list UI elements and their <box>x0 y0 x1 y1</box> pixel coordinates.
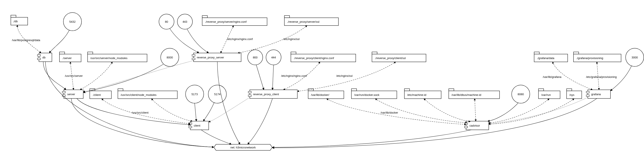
edge-dbusmachineid-to-cadvisor <box>475 99 476 121</box>
edge-label: /etc/nginx/ssl <box>336 74 352 78</box>
folder-var-lib-dbus-machine-id: /var/lib/dbus/machine-id <box>449 89 500 99</box>
circle-label: 8000 <box>167 56 173 59</box>
folder-sys: /sys <box>566 89 582 99</box>
svg-rect-58 <box>586 95 589 96</box>
folder-label: /var/run/docker.sock <box>354 93 380 96</box>
port-443: 443 <box>177 14 192 29</box>
svg-rect-49 <box>449 89 454 91</box>
svg-rect-10 <box>38 54 40 56</box>
edge-label: /var/lib/postgresql/data <box>12 38 40 42</box>
port-80: 80 <box>159 14 174 29</box>
folder-rp-server-ssl: ./reverse_proxy/server/ssl <box>284 16 338 26</box>
edge-grafana-to-net <box>272 98 597 148</box>
edge-label: /var/lib/grafana <box>543 75 562 78</box>
svg-rect-24 <box>372 52 377 54</box>
edge-cadvisor-to-net <box>272 130 472 147</box>
folder-var-run: /var/run <box>538 89 560 99</box>
folder-var-lib-docker: /var/lib/docker/ <box>308 89 344 99</box>
edge-label: /usr/src/client <box>132 111 148 114</box>
edge-label: /etc/nginx/nginx.conf <box>227 38 253 41</box>
component-reverse-proxy-server: reverse_proxy_server <box>192 53 241 62</box>
edge-443-to-rps <box>187 29 209 53</box>
svg-rect-22 <box>291 52 296 54</box>
edge-8080-to-cadvisor <box>488 103 518 121</box>
folder-label: /var/lib/docker/ <box>311 93 329 96</box>
svg-rect-64 <box>464 126 468 128</box>
edge-label: /etc/grafana/provisioning <box>586 75 617 78</box>
edge-rps-to-server <box>83 60 194 92</box>
component-label: reverse_proxy_client <box>253 92 279 96</box>
circle-label: 8080 <box>518 92 524 96</box>
folder-rp-client-conf: ./reverse_proxy/client/nginx.conf <box>291 52 356 62</box>
folder-label: ./client <box>92 93 101 96</box>
port-5432: 5432 <box>63 12 82 31</box>
port-3000: 3000 <box>626 48 644 66</box>
svg-rect-36 <box>118 89 123 91</box>
edge-label: /usr/src/server <box>65 74 83 78</box>
folder-server-node-modules: /usr/src/server/node_modules <box>88 52 147 62</box>
svg-rect-12 <box>60 52 65 54</box>
svg-rect-32 <box>62 91 65 93</box>
port-5174: 5174 <box>208 85 226 103</box>
component-server: server <box>62 90 83 98</box>
component-grafana: grafana <box>586 90 610 98</box>
svg-rect-47 <box>404 89 410 91</box>
edge-5174-to-client <box>203 103 214 121</box>
port-8080: 8080 <box>512 85 530 103</box>
component-reverse-proxy-client: reverse_proxy_client <box>248 90 297 98</box>
edge-rps-to-net <box>217 62 240 144</box>
svg-rect-14 <box>88 52 93 54</box>
component-label: cadvisor <box>470 124 480 127</box>
svg-rect-11 <box>38 58 40 60</box>
folder-label: ./reverse_proxy/server/ssl <box>287 20 320 23</box>
svg-rect-45 <box>352 89 356 91</box>
svg-rect-57 <box>586 91 589 93</box>
circle-label: 80 <box>165 20 168 23</box>
component-cadvisor: cadvisor <box>464 121 489 130</box>
folder-etc-machine-id: /etc/machine-id <box>404 89 441 99</box>
svg-rect-28 <box>574 52 579 54</box>
folder-db-volume: ./db <box>11 15 28 25</box>
folder-label: /etc/machine-id <box>407 93 426 96</box>
port-800: 800 <box>248 50 263 65</box>
circle-label: 3000 <box>632 56 638 59</box>
circle-label: 443 <box>182 20 187 23</box>
edge-client-to-net <box>201 130 232 144</box>
folder-label: ./reverse_proxy/client/nginx.conf <box>294 56 334 60</box>
folder-label: ./grafana/provisioning <box>576 56 603 60</box>
edge-5432-to-db <box>49 30 69 53</box>
svg-rect-63 <box>464 123 468 124</box>
edge-rpc-to-net <box>248 98 272 144</box>
folder-label: /usr/src/server/node_modules <box>90 56 128 60</box>
svg-rect-19 <box>192 58 195 60</box>
edge-client-nm-to-client <box>152 99 192 121</box>
folder-label: ./reverse_proxy/client/ssl <box>375 56 406 60</box>
edge-label: /etc/nginx/ssl <box>283 38 300 41</box>
edge-444-to-rpc <box>272 65 274 90</box>
svg-rect-61 <box>189 126 192 128</box>
component-label: reverse_proxy_server <box>197 56 224 59</box>
folder-label: /sys <box>570 93 574 96</box>
folder-grafana-provisioning: ./grafana/provisioning <box>574 52 621 62</box>
network-label: net: h3micronetwork <box>230 146 256 149</box>
component-db: db <box>38 53 52 62</box>
circle-label: 5432 <box>70 20 76 23</box>
svg-rect-54 <box>566 89 572 91</box>
edge-grafana-to-cadvisor <box>489 97 588 124</box>
svg-rect-42 <box>248 95 251 96</box>
folder-grafana-data: ./grafana/data <box>534 52 568 62</box>
circle-label: 800 <box>253 56 258 59</box>
folder-server-volume: ./server <box>60 52 81 62</box>
circle-label: 5174 <box>214 92 220 96</box>
component-label: server <box>67 92 75 96</box>
folder-label: ./reverse_proxy/server/nginx.conf <box>205 20 247 23</box>
folder-rp-client-ssl: ./reverse_proxy/client/ssl <box>372 52 426 62</box>
svg-rect-52 <box>538 89 544 91</box>
folder-label: /var/run <box>541 93 551 96</box>
svg-rect-5 <box>202 16 208 18</box>
edge-server-nm-to-server <box>80 62 112 90</box>
folder-label: /usr/src/client/node_modules <box>121 93 156 96</box>
edge-5173-to-client <box>195 103 196 121</box>
folder-label: ./server <box>62 56 72 60</box>
edge-etcmachineid-to-cadvisor <box>424 99 470 122</box>
